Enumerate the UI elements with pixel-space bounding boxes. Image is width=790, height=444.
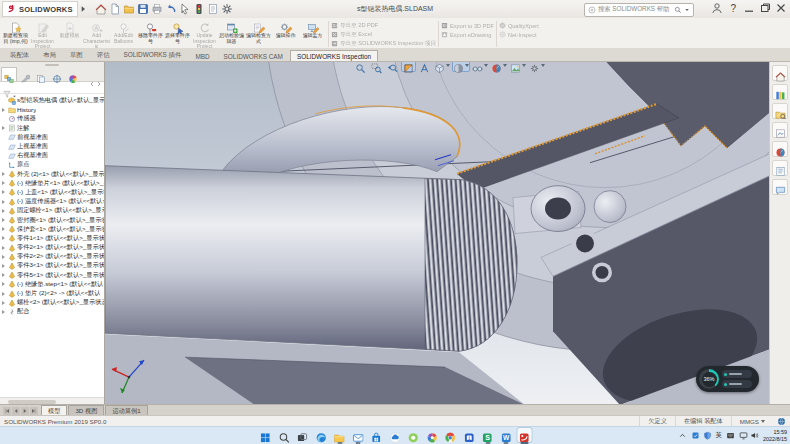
command-tab[interactable]: SOLIDWORKS 插件 [117, 48, 189, 61]
search-magnifier-icon[interactable] [674, 6, 682, 14]
ribbon-button[interactable]: Add/Edit Balloons [110, 19, 137, 49]
ribbon-button[interactable]: 编辑检查方式 [245, 19, 272, 49]
headsup-button[interactable] [401, 62, 416, 72]
tree-item[interactable]: 零件5<1> (默认<<默认>_显示状态 [0, 271, 104, 280]
language-indicator[interactable]: 英 [716, 431, 723, 440]
expand-arrow-icon[interactable] [2, 300, 7, 305]
open-icon[interactable] [123, 3, 135, 15]
task-pane-button[interactable] [772, 103, 788, 119]
flyout-arrow-icon[interactable] [79, 5, 87, 13]
taskbar-app-button[interactable]: W [499, 428, 513, 442]
expand-arrow-icon[interactable] [2, 273, 7, 278]
tray-display-icon[interactable] [739, 431, 748, 440]
headsup-button[interactable] [385, 62, 400, 72]
expand-arrow-icon[interactable] [2, 282, 7, 287]
headsup-button[interactable] [509, 62, 527, 72]
caret-down-icon[interactable] [12, 85, 17, 90]
caret-down-icon[interactable] [503, 64, 507, 67]
ribbon-button[interactable]: 移除零件序号 [137, 19, 164, 49]
ribbon-button[interactable]: 编辑操作 [272, 19, 299, 49]
scrollbar-thumb[interactable] [8, 400, 56, 404]
nav-next-icon[interactable] [21, 407, 29, 415]
expand-arrow-icon[interactable] [2, 153, 7, 158]
options-icon[interactable] [221, 3, 233, 15]
new-doc-icon[interactable] [109, 3, 121, 15]
expand-arrow-icon[interactable] [2, 245, 7, 250]
headsup-button[interactable] [452, 62, 470, 72]
caret-down-icon[interactable] [684, 7, 690, 13]
caret-down-icon[interactable] [446, 64, 450, 67]
tray-volume-icon[interactable] [750, 431, 759, 440]
task-pane-button[interactable] [772, 160, 788, 176]
expand-arrow-icon[interactable] [2, 162, 7, 167]
ribbon-export-button[interactable]: 导出至 Excel [331, 30, 436, 39]
tree-item[interactable]: 传感器 [0, 114, 104, 123]
tree-item[interactable]: (-) 绝缘垫.step<1> (默认<<默认 [0, 280, 104, 289]
tree-item[interactable]: (-) 绝缘垫片<1> (默认<<默认>_显 [0, 179, 104, 188]
panel-tab[interactable] [1, 67, 17, 81]
ribbon-button[interactable]: A Add Characteristic [83, 19, 110, 49]
panel-prev-icon[interactable] [89, 73, 95, 79]
solidworks-logo[interactable]: SOLIDWORKS [2, 1, 78, 17]
command-tab[interactable]: 评估 [90, 48, 117, 61]
panel-tab[interactable] [33, 67, 49, 81]
command-tab[interactable]: SOLIDWORKS CAM [217, 50, 290, 61]
command-tab[interactable]: SOLIDWORKS Inspection [290, 50, 378, 61]
tree-item[interactable]: 固定螺栓<1> (默认<<默认>_显示 [0, 206, 104, 215]
tree-item[interactable]: (-) 垫片 (2)<2> -> (默认<<默认 [0, 289, 104, 298]
tree-item[interactable]: 保护套<1> (默认<<默认>_显示状 [0, 225, 104, 234]
caret-down-icon[interactable] [522, 64, 526, 67]
close-icon[interactable] [775, 2, 787, 14]
ribbon-button[interactable]: 选择零件序号 [164, 19, 191, 49]
task-pane-button[interactable] [772, 65, 788, 81]
tree-item[interactable]: 密封圈<1> (默认<<默认>_显示状 [0, 215, 104, 224]
ribbon-button[interactable]: 编辑监方 [299, 19, 326, 49]
tree-item[interactable]: 外壳 (2)<1> (默认<<默认>_显示状 [0, 170, 104, 179]
tree-item[interactable]: 前视基准面 [0, 133, 104, 142]
task-pane-button[interactable] [772, 84, 788, 100]
taskbar-app-button[interactable] [462, 428, 476, 442]
headsup-button[interactable] [369, 62, 384, 72]
language-globe-icon[interactable] [777, 417, 786, 426]
tray-chevron-icon[interactable] [678, 431, 687, 440]
expand-arrow-icon[interactable] [2, 126, 7, 131]
task-pane-button[interactable] [772, 141, 788, 157]
tree-item[interactable]: 零件2<2> (默认<<默认>_显示状态 [0, 252, 104, 261]
expand-arrow-icon[interactable] [2, 218, 7, 223]
undo-icon[interactable] [165, 3, 177, 15]
print-icon[interactable] [151, 3, 163, 15]
ribbon-button[interactable]: Edit Inspection Project [29, 19, 56, 49]
expand-arrow-icon[interactable] [2, 116, 7, 121]
tray-shield-icon[interactable] [703, 431, 712, 440]
taskbar-app-button[interactable] [370, 428, 384, 442]
restore-icon[interactable] [759, 2, 771, 14]
caret-down-icon[interactable] [484, 64, 488, 67]
minimize-icon[interactable] [743, 2, 755, 14]
viewport-3d[interactable]: 36% [105, 62, 770, 405]
task-pane-button[interactable] [772, 122, 788, 138]
expand-arrow-icon[interactable] [2, 309, 7, 314]
taskbar-app-button[interactable] [277, 428, 291, 442]
tree-item[interactable]: 右视基准面 [0, 151, 104, 160]
save-icon[interactable] [137, 3, 149, 15]
tree-item[interactable]: 注解 [0, 124, 104, 133]
expand-arrow-icon[interactable] [2, 263, 7, 268]
tree-item[interactable]: 原点 [0, 160, 104, 169]
expand-arrow-icon[interactable] [2, 227, 7, 232]
screen-recorder-overlay[interactable]: 36% [696, 366, 759, 392]
command-tab[interactable]: 布局 [36, 48, 63, 61]
headsup-button[interactable] [433, 62, 451, 72]
rebuild-icon[interactable] [193, 3, 205, 15]
expand-arrow-icon[interactable] [2, 199, 7, 204]
ribbon-button[interactable]: 启动检验编辑器 [218, 19, 245, 49]
expand-arrow-icon[interactable] [2, 144, 7, 149]
taskbar-app-button[interactable] [518, 428, 532, 442]
expand-arrow-icon[interactable] [2, 172, 7, 177]
expand-arrow-icon[interactable] [2, 98, 7, 103]
nav-prev-icon[interactable] [12, 407, 20, 415]
panel-next-icon[interactable] [96, 73, 102, 79]
tree-item[interactable]: (-) 上盖<1> (默认<<默认>_显示状 [0, 188, 104, 197]
expand-arrow-icon[interactable] [2, 254, 7, 259]
expand-arrow-icon[interactable] [2, 107, 7, 112]
tree-item[interactable]: 零件3<1> (默认<<默认>_显示状态 [0, 261, 104, 270]
